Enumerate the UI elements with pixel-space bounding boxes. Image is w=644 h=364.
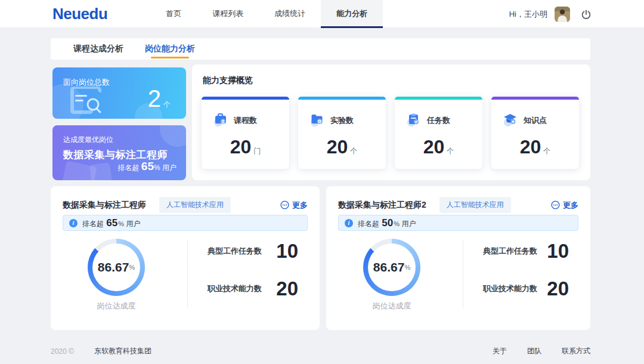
position-title: 数据采集与标注工程师 bbox=[63, 200, 146, 211]
footer-link-contact[interactable]: 联系方式 bbox=[562, 346, 590, 356]
dotted-divider bbox=[187, 241, 188, 308]
position-title: 数据采集与标注工程师2 bbox=[338, 200, 426, 211]
active-tab-underline bbox=[151, 57, 189, 58]
card-accent-bar bbox=[298, 97, 386, 100]
footer-link-team[interactable]: 团队 bbox=[527, 346, 541, 356]
total-positions-card: 面向岗位总数 2个 bbox=[52, 67, 186, 119]
achievement-donut-chart: 86.67% bbox=[363, 239, 420, 296]
donut-label: 岗位达成度 bbox=[349, 301, 435, 311]
ability-support-overview-panel: 能力支撑概览 课程数 20门 bbox=[192, 64, 590, 180]
course-count-card[interactable]: 课程数 20门 bbox=[202, 97, 289, 169]
best-position-card: 达成度最优岗位 数据采集与标注工程师 排名超 65% 用户 bbox=[52, 125, 186, 180]
achievement-donut-chart: 86.67% bbox=[88, 239, 145, 296]
page-footer: 2020 © 东软教育科技集团 关于 团队 联系方式 bbox=[51, 346, 590, 356]
total-positions-value: 2个 bbox=[148, 85, 171, 112]
task-count-card[interactable]: 任务数 20个 bbox=[395, 97, 482, 169]
user-avatar[interactable] bbox=[555, 7, 570, 22]
tab-label: 岗位能力分析 bbox=[145, 44, 195, 54]
stat-unit: 个 bbox=[447, 147, 454, 155]
dotted-divider bbox=[463, 241, 463, 308]
position-panel-1: 数据采集与标注工程师 人工智能技术应用 更多 i 排名超 65% 用户 86.6… bbox=[51, 186, 320, 330]
nav-item-ability-analysis[interactable]: 能力分析 bbox=[321, 0, 383, 28]
card-accent-bar bbox=[395, 97, 482, 100]
skill-count-row: 职业技术能力数 20 bbox=[483, 277, 569, 300]
more-link[interactable]: 更多 bbox=[280, 200, 308, 211]
stat-label: 任务数 bbox=[427, 115, 450, 126]
task-count-row: 典型工作任务数 10 bbox=[208, 240, 298, 263]
experiment-count-card[interactable]: 实验数 20个 bbox=[298, 97, 386, 169]
briefcase-icon bbox=[212, 111, 228, 129]
folder-icon bbox=[309, 111, 325, 129]
total-positions-title: 面向岗位总数 bbox=[63, 77, 110, 88]
nav-item-course-list[interactable]: 课程列表 bbox=[197, 0, 259, 28]
stat-label: 知识点 bbox=[524, 115, 547, 126]
stat-unit: 门 bbox=[253, 147, 261, 155]
position-tag[interactable]: 人工智能技术应用 bbox=[439, 197, 511, 213]
navbar-right: Hi，王小明 bbox=[509, 0, 592, 28]
document-search-illustration bbox=[67, 84, 110, 118]
tab-course-achievement[interactable]: 课程达成分析 bbox=[63, 38, 134, 60]
graduation-cap-icon bbox=[502, 111, 518, 129]
more-ellipsis-icon bbox=[551, 200, 560, 209]
nav-item-grade-stats[interactable]: 成绩统计 bbox=[259, 0, 321, 28]
overview-stat-cards: 课程数 20门 实验数 20个 bbox=[202, 97, 579, 169]
footer-links: 关于 团队 联系方式 bbox=[493, 346, 590, 356]
knowledge-point-card[interactable]: 知识点 20个 bbox=[491, 97, 579, 169]
stat-value: 20 bbox=[520, 136, 541, 158]
position-tag[interactable]: 人工智能技术应用 bbox=[159, 197, 231, 213]
rank-banner: i 排名超 65% 用户 bbox=[63, 215, 308, 231]
more-link[interactable]: 更多 bbox=[551, 200, 578, 211]
more-label: 更多 bbox=[292, 200, 308, 211]
neuedu-logo: Neuedu bbox=[52, 5, 107, 23]
user-greeting: Hi，王小明 bbox=[509, 9, 547, 20]
top-navbar: Neuedu 首页 课程列表 成绩统计 能力分析 Hi，王小明 bbox=[0, 0, 644, 28]
stat-unit: 个 bbox=[543, 147, 550, 155]
footer-link-about[interactable]: 关于 bbox=[493, 346, 507, 356]
card-accent-bar bbox=[202, 97, 289, 100]
company-name: 东软教育科技集团 bbox=[94, 346, 151, 356]
more-ellipsis-icon bbox=[280, 200, 289, 209]
stat-value: 20 bbox=[423, 136, 445, 158]
stat-label: 课程数 bbox=[234, 115, 257, 126]
tab-position-ability[interactable]: 岗位能力分析 bbox=[134, 38, 206, 60]
clipboard-icon bbox=[405, 111, 422, 129]
more-label: 更多 bbox=[563, 200, 578, 211]
main-nav: 首页 课程列表 成绩统计 能力分析 bbox=[150, 0, 383, 28]
position-panel-2: 数据采集与标注工程师2 人工智能技术应用 更多 i 排名超 50% 用户 86.… bbox=[326, 186, 590, 330]
best-position-rank: 排名超 65% 用户 bbox=[118, 160, 177, 173]
best-position-title: 达成度最优岗位 bbox=[63, 135, 113, 145]
analysis-tabs: 课程达成分析 岗位能力分析 bbox=[51, 38, 590, 60]
stat-value: 20 bbox=[230, 136, 252, 158]
logout-power-icon[interactable] bbox=[581, 9, 592, 20]
donut-label: 岗位达成度 bbox=[73, 301, 159, 311]
copyright-text: 2020 © bbox=[51, 347, 74, 356]
stat-value: 20 bbox=[327, 136, 348, 158]
card-accent-bar bbox=[491, 97, 579, 100]
rank-banner: i 排名超 50% 用户 bbox=[338, 215, 578, 231]
task-count-row: 典型工作任务数 10 bbox=[483, 240, 569, 263]
tab-label: 课程达成分析 bbox=[73, 44, 123, 54]
info-icon: i bbox=[345, 219, 353, 227]
stat-label: 实验数 bbox=[330, 115, 354, 126]
skill-count-row: 职业技术能力数 20 bbox=[208, 277, 298, 300]
stat-unit: 个 bbox=[350, 147, 357, 155]
overview-title: 能力支撑概览 bbox=[203, 75, 253, 86]
info-icon: i bbox=[69, 219, 78, 227]
nav-item-home[interactable]: 首页 bbox=[150, 0, 197, 28]
